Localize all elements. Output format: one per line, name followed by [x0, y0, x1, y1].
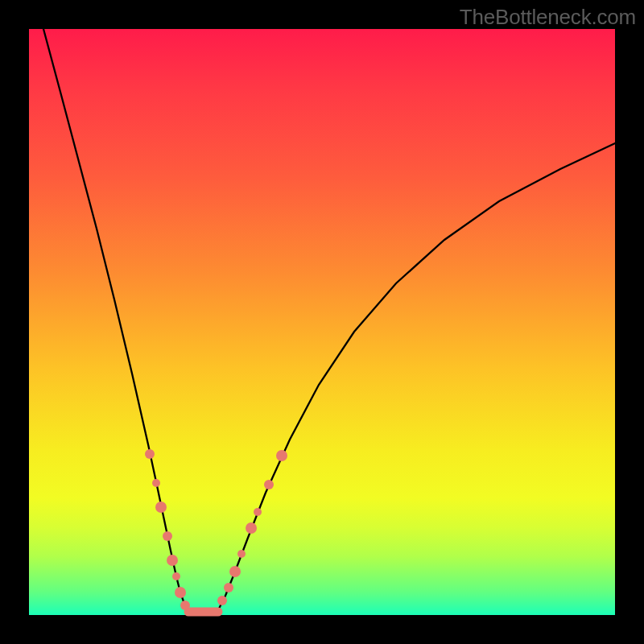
marker-dot	[155, 502, 167, 513]
marker-dot	[246, 522, 257, 534]
watermark-text: TheBottleneck.com	[460, 5, 636, 30]
marker-dot	[264, 480, 274, 489]
curve-left-branch	[43, 29, 188, 610]
marker-dot	[145, 449, 155, 459]
marker-dot	[167, 555, 178, 566]
marker-dot	[163, 531, 172, 541]
marker-dot	[254, 508, 262, 516]
marker-dot	[152, 479, 160, 487]
plot-area	[29, 29, 615, 615]
chart-frame: TheBottleneck.com	[0, 0, 644, 644]
marker-dot	[229, 566, 241, 577]
marker-dot	[175, 587, 186, 598]
marker-dot	[172, 572, 180, 580]
marker-dot	[276, 450, 287, 461]
marker-dot	[180, 601, 190, 610]
marker-dot	[217, 596, 227, 605]
curve-right-branch	[218, 143, 615, 610]
marker-dot	[237, 550, 246, 558]
marker-dot	[224, 583, 233, 592]
chart-svg	[29, 29, 615, 615]
